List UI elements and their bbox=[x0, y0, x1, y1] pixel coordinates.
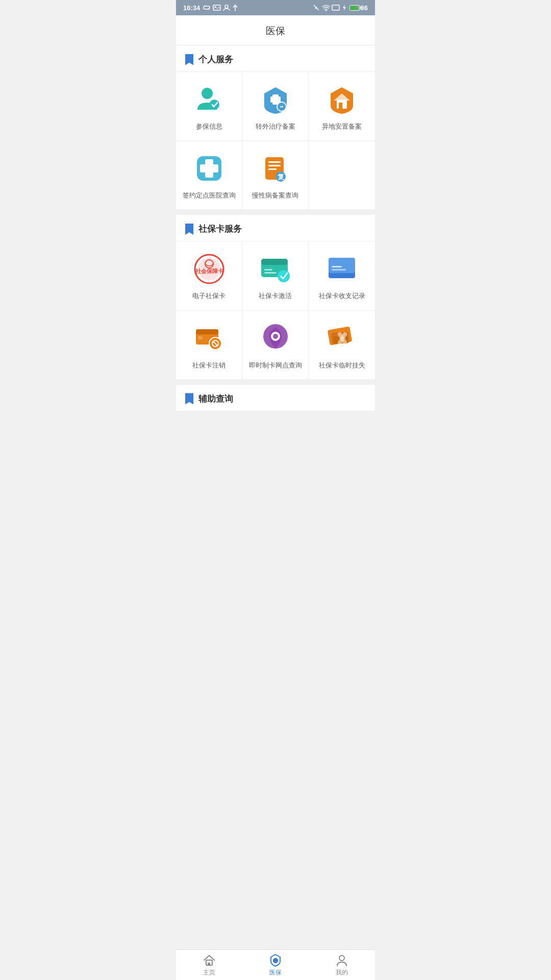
svg-rect-36 bbox=[264, 272, 277, 274]
auxiliary-section-title: 辅助查询 bbox=[198, 393, 233, 405]
e-social-card-label: 电子社保卡 bbox=[192, 291, 226, 301]
card-activate-label: 社保卡激活 bbox=[259, 291, 292, 301]
instant-card-icon bbox=[259, 322, 292, 355]
svg-point-50 bbox=[273, 334, 278, 339]
svg-point-2 bbox=[225, 5, 228, 8]
mute-icon bbox=[313, 4, 320, 11]
svg-text:复: 复 bbox=[277, 173, 284, 181]
svg-rect-43 bbox=[196, 329, 218, 334]
svg-rect-24 bbox=[268, 161, 281, 163]
status-bar: 16:34 86 bbox=[176, 0, 375, 15]
svg-point-12 bbox=[209, 100, 219, 110]
insurance-icon bbox=[269, 953, 282, 967]
e-social-card-icon: 社会保障卡 bbox=[193, 253, 226, 285]
svg-rect-35 bbox=[264, 269, 272, 271]
svg-rect-57 bbox=[208, 963, 210, 965]
svg-rect-40 bbox=[332, 266, 342, 267]
header: 医保 bbox=[176, 15, 375, 45]
nav-home[interactable]: 主页 bbox=[176, 950, 242, 980]
other-place-icon bbox=[325, 83, 358, 116]
social-card-section-header: 社保卡服务 bbox=[176, 215, 375, 241]
svg-rect-22 bbox=[200, 164, 218, 173]
empty-item-1 bbox=[309, 141, 375, 210]
bookmark-icon-auxiliary bbox=[185, 393, 193, 404]
person-icon bbox=[223, 5, 230, 11]
out-treatment-item[interactable]: 转外治疗备案 bbox=[242, 72, 309, 141]
card-cancel-item[interactable]: SI 社保卡注销 bbox=[176, 311, 242, 380]
svg-rect-59 bbox=[273, 959, 278, 962]
card-suspend-icon bbox=[325, 322, 358, 355]
out-treatment-label: 转外治疗备案 bbox=[256, 122, 295, 131]
social-card-grid: 社会保障卡 电子社保卡 bbox=[176, 241, 375, 379]
card-records-icon bbox=[325, 253, 358, 285]
card-cancel-label: 社保卡注销 bbox=[192, 361, 226, 370]
out-treatment-icon bbox=[259, 83, 292, 116]
signed-hospital-icon bbox=[193, 152, 226, 185]
bottom-nav: 主页 医保 我的 bbox=[176, 949, 375, 980]
svg-point-37 bbox=[278, 270, 290, 282]
battery-level: 86 bbox=[361, 4, 368, 12]
wifi-icon bbox=[322, 5, 330, 11]
chronic-disease-label: 慢性病备案查询 bbox=[252, 191, 298, 200]
svg-text:社会保障卡: 社会保障卡 bbox=[194, 268, 223, 274]
nav-mine-label: 我的 bbox=[336, 968, 348, 977]
bolt-icon bbox=[341, 5, 347, 11]
card-records-label: 社保卡收支记录 bbox=[319, 291, 365, 301]
personal-section: 个人服务 参保信息 bbox=[176, 45, 375, 210]
card-suspend-label: 社保卡临时挂失 bbox=[319, 361, 365, 370]
insurance-info-item[interactable]: 参保信息 bbox=[176, 72, 242, 141]
mine-icon bbox=[335, 953, 348, 967]
status-left: 16:34 bbox=[183, 4, 238, 12]
usb-icon bbox=[233, 4, 238, 11]
card-cancel-icon: SI bbox=[193, 322, 226, 355]
other-place-item[interactable]: 异地安置备案 bbox=[309, 72, 375, 141]
svg-rect-14 bbox=[270, 96, 281, 103]
social-card-section: 社保卡服务 社会保障卡 电子社保卡 bbox=[176, 215, 375, 379]
instant-card-item[interactable]: 即时制卡网点查询 bbox=[242, 311, 309, 380]
svg-point-60 bbox=[339, 955, 344, 961]
home-icon bbox=[203, 953, 216, 967]
auxiliary-section: 辅助查询 bbox=[176, 385, 375, 411]
battery-box: 86 bbox=[349, 4, 368, 12]
svg-rect-41 bbox=[332, 269, 346, 271]
status-right: 86 bbox=[313, 4, 368, 12]
svg-point-11 bbox=[202, 88, 213, 99]
image-icon bbox=[213, 5, 220, 10]
loop-icon bbox=[203, 5, 211, 10]
personal-section-title: 个人服务 bbox=[198, 54, 233, 65]
card-activate-item[interactable]: 社保卡激活 bbox=[242, 241, 309, 310]
bookmark-icon-personal bbox=[185, 54, 193, 65]
header-title: 医保 bbox=[266, 26, 285, 36]
personal-section-header: 个人服务 bbox=[176, 45, 375, 72]
insurance-info-label: 参保信息 bbox=[196, 122, 222, 131]
chronic-disease-item[interactable]: 复 慢性病备案查询 bbox=[242, 141, 309, 210]
e-social-card-item[interactable]: 社会保障卡 电子社保卡 bbox=[176, 241, 242, 310]
signed-hospital-label: 签约定点医院查询 bbox=[183, 191, 236, 200]
svg-point-8 bbox=[325, 10, 326, 11]
card-suspend-item[interactable]: 社保卡临时挂失 bbox=[309, 311, 375, 380]
svg-rect-26 bbox=[268, 168, 277, 170]
svg-rect-25 bbox=[268, 165, 281, 166]
svg-text:SI: SI bbox=[198, 335, 203, 340]
svg-rect-9 bbox=[332, 5, 339, 10]
card-records-item[interactable]: 社保卡收支记录 bbox=[309, 241, 375, 310]
social-card-section-title: 社保卡服务 bbox=[198, 223, 242, 235]
insurance-info-icon bbox=[193, 83, 226, 116]
nav-mine[interactable]: 我的 bbox=[309, 950, 375, 980]
instant-card-label: 即时制卡网点查询 bbox=[249, 361, 302, 370]
signed-hospital-item[interactable]: 签约定点医院查询 bbox=[176, 141, 242, 210]
nav-insurance-label: 医保 bbox=[269, 968, 282, 977]
svg-rect-19 bbox=[339, 103, 342, 109]
auxiliary-section-header: 辅助查询 bbox=[176, 385, 375, 411]
personal-grid: 参保信息 转外治疗备案 bbox=[176, 72, 375, 210]
bookmark-icon-social bbox=[185, 224, 193, 235]
nav-home-label: 主页 bbox=[203, 968, 215, 977]
other-place-label: 异地安置备案 bbox=[322, 122, 362, 131]
sim-icon bbox=[332, 5, 339, 10]
svg-marker-10 bbox=[343, 5, 346, 11]
card-activate-icon bbox=[259, 253, 292, 285]
svg-rect-39 bbox=[329, 258, 355, 273]
svg-rect-34 bbox=[261, 259, 288, 265]
nav-insurance[interactable]: 医保 bbox=[242, 950, 309, 980]
chronic-disease-icon: 复 bbox=[259, 152, 292, 185]
